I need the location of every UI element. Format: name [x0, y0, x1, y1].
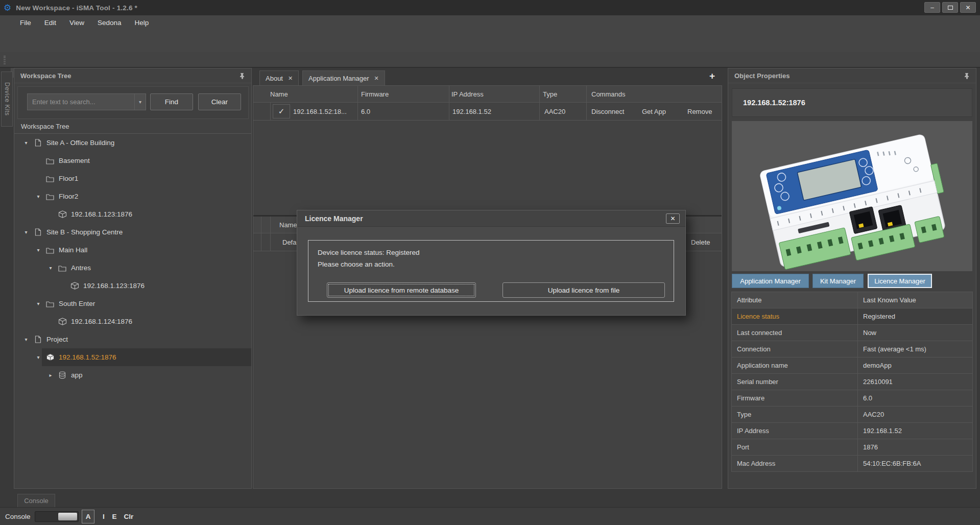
search-input[interactable] [27, 93, 146, 110]
property-row-ip-address[interactable]: IP Address192.168.1.52 [732, 423, 972, 439]
pin-icon[interactable] [240, 73, 245, 79]
tree-item-192-168-1-123-1876[interactable]: 192.168.1.123:1876 [14, 205, 251, 223]
dialog-close-button[interactable]: ✕ [666, 213, 680, 224]
property-row-serial-number[interactable]: Serial number22610091 [732, 374, 972, 390]
menu-file[interactable]: File [13, 19, 38, 27]
property-row-mac-address[interactable]: Mac Address54:10:EC:6B:FB:6A [732, 456, 972, 472]
close-button[interactable]: ✕ [960, 2, 976, 13]
tree-item-body[interactable]: Floor2 [42, 187, 251, 205]
application-manager-button[interactable]: Application Manager [732, 274, 809, 288]
console-filter-info-button[interactable]: I [99, 510, 108, 523]
col-name[interactable]: Name [270, 86, 288, 103]
col-app-name[interactable]: Name [279, 217, 297, 233]
add-tab-button[interactable]: + [709, 71, 715, 81]
clear-button[interactable]: Clear [198, 93, 241, 110]
tree-item-project[interactable]: ▾Project [14, 330, 251, 348]
tab-about[interactable]: About ✕ [259, 70, 299, 85]
tree-item-body[interactable]: Main Hall [42, 241, 251, 259]
col-attribute[interactable]: Attribute [732, 292, 858, 308]
maximize-button[interactable] [942, 2, 958, 13]
expand-open-icon[interactable]: ▾ [35, 354, 42, 360]
expand-open-icon[interactable]: ▾ [35, 247, 42, 253]
object-properties-header: Object Properties [728, 68, 976, 83]
console-toggle[interactable] [35, 511, 79, 522]
tree-item-body[interactable]: Basement [42, 152, 251, 170]
tree-item-site-b-shopping-centre[interactable]: ▾Site B - Shopping Centre [14, 223, 251, 241]
console-clear-button[interactable]: Clr [121, 510, 136, 523]
property-row-application-name[interactable]: Application namedemoApp [732, 357, 972, 374]
console-filter-all-button[interactable]: A [82, 510, 94, 523]
console-filter-error-button[interactable]: E [110, 510, 119, 523]
expand-open-icon[interactable]: ▾ [22, 229, 30, 235]
menu-sedona[interactable]: Sedona [91, 19, 128, 27]
sidebar-tab-device-kits[interactable]: Device Kits [1, 71, 13, 127]
property-row-port[interactable]: Port1876 [732, 439, 972, 456]
tree-item-main-hall[interactable]: ▾Main Hall [14, 241, 251, 259]
col-commands[interactable]: Commands [591, 86, 625, 103]
expand-open-icon[interactable]: ▾ [22, 337, 30, 342]
command-get-app[interactable]: Get App [642, 103, 666, 121]
licence-manager-button[interactable]: Licence Manager [868, 274, 932, 288]
tree-item-body[interactable]: 192.168.1.123:1876 [66, 277, 251, 295]
upload-from-file-button[interactable]: Upload licence from file [503, 282, 665, 298]
tree-item-site-a-office-building[interactable]: ▾Site A - Office Building [14, 134, 251, 152]
find-button[interactable]: Find [150, 93, 193, 110]
device-table-row[interactable]: ✓ 192.168.1.52:18... 6.0 192.168.1.52 AA… [253, 103, 722, 121]
property-row-connection[interactable]: ConnectionFast (average <1 ms) [732, 341, 972, 357]
tree-item-floor1[interactable]: Floor1 [14, 170, 251, 187]
tree-item-body[interactable]: Floor1 [42, 170, 251, 187]
command-delete[interactable]: Delete [691, 233, 710, 251]
command-remove[interactable]: Remove [687, 103, 712, 121]
expand-open-icon[interactable]: ▾ [47, 265, 54, 271]
tree-item-body[interactable]: 192.168.1.123:1876 [54, 205, 251, 223]
tab-application-manager-close-icon[interactable]: ✕ [374, 75, 379, 82]
property-value: Now [858, 325, 972, 341]
dialog-message: Device licence status: Registered Please… [318, 247, 420, 270]
property-row-firmware[interactable]: Firmware6.0 [732, 390, 972, 407]
dock-grip-icon[interactable] [4, 56, 6, 64]
tree-item-body[interactable]: 192.168.1.124:1876 [54, 313, 251, 330]
expand-open-icon[interactable]: ▾ [22, 140, 30, 146]
search-dropdown-caret-icon[interactable]: ▾ [134, 94, 146, 110]
console-tab[interactable]: Console [17, 494, 55, 507]
menu-edit[interactable]: Edit [38, 19, 63, 27]
upload-remote-database-button[interactable]: Upload licence from remote database [327, 282, 476, 298]
tree-item-body[interactable]: Project [30, 330, 251, 348]
pin-icon[interactable] [964, 73, 970, 79]
tree-item-192-168-1-123-1876[interactable]: 192.168.1.123:1876 [14, 277, 251, 295]
kit-manager-button[interactable]: Kit Manager [812, 274, 864, 288]
tree-item-antres[interactable]: ▾Antres [14, 259, 251, 277]
col-ip-address[interactable]: IP Address [451, 86, 484, 103]
tree-item-192-168-1-52-1876[interactable]: ▾192.168.1.52:1876 [14, 348, 251, 366]
tree-item-body[interactable]: Site B - Shopping Centre [30, 223, 251, 241]
tree-item-south-enter[interactable]: ▾South Enter [14, 295, 251, 313]
col-last-known-value[interactable]: Last Known Value [858, 292, 972, 308]
col-firmware[interactable]: Firmware [361, 86, 389, 103]
tree-item-192-168-1-124-1876[interactable]: 192.168.1.124:1876 [14, 313, 251, 330]
menu-help[interactable]: Help [128, 19, 156, 27]
col-type[interactable]: Type [543, 86, 557, 103]
property-row-licence-status[interactable]: Licence statusRegistered [732, 308, 972, 325]
row-checkbox[interactable]: ✓ [273, 104, 290, 118]
minimize-button[interactable]: – [924, 2, 940, 13]
expand-closed-icon[interactable]: ▸ [47, 372, 54, 378]
tab-application-manager[interactable]: Application Manager ✕ [302, 70, 385, 86]
menu-view[interactable]: View [63, 19, 91, 27]
tree-item-body[interactable]: app [54, 366, 251, 384]
command-disconnect[interactable]: Disconnect [591, 103, 624, 121]
console-toggle-knob[interactable] [58, 513, 77, 520]
tree-item-floor2[interactable]: ▾Floor2 [14, 187, 251, 205]
expand-open-icon[interactable]: ▾ [35, 301, 42, 306]
tree-item-body[interactable]: 192.168.1.52:1876 [42, 348, 251, 366]
dialog-title-bar[interactable]: Licence Manager [297, 210, 685, 227]
expand-open-icon[interactable]: ▾ [35, 194, 42, 199]
tree-item-body[interactable]: Site A - Office Building [30, 134, 251, 152]
property-row-type[interactable]: TypeAAC20 [732, 407, 972, 423]
tree-item-body[interactable]: Antres [54, 259, 251, 277]
tree-item-app[interactable]: ▸app [14, 366, 251, 384]
tab-about-close-icon[interactable]: ✕ [288, 75, 293, 82]
property-row-last-connected[interactable]: Last connectedNow [732, 325, 972, 341]
tree-item-label: 192.168.1.52:1876 [59, 353, 116, 361]
tree-item-basement[interactable]: Basement [14, 152, 251, 170]
tree-item-body[interactable]: South Enter [42, 295, 251, 313]
